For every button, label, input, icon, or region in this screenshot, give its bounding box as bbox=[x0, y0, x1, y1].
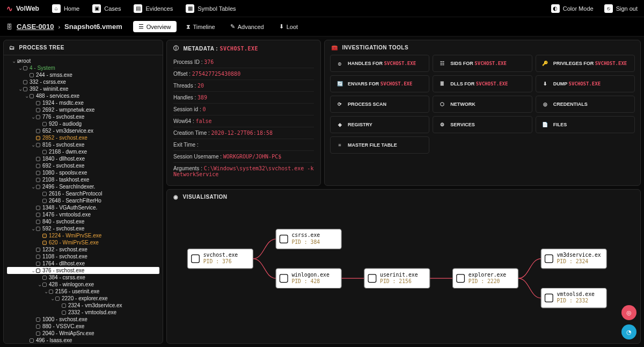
tool-icon: ⟳ bbox=[336, 100, 343, 108]
tree-node[interactable]: ⌄2156 - userinit.exe bbox=[7, 288, 159, 295]
tree-node[interactable]: 2616 - SearchProtocol bbox=[7, 190, 159, 197]
evidences-icon: ▤ bbox=[134, 4, 142, 13]
tree-node[interactable]: 652 - vm3dservice.ex bbox=[7, 127, 159, 134]
signout-button[interactable]: ⎋Sign out bbox=[604, 4, 638, 13]
tree-node[interactable]: 2332 - vmtoolsd.exe bbox=[7, 309, 159, 316]
graph-node[interactable]: vmtoolsd.exePID : 2332 bbox=[541, 288, 606, 308]
chevron-right-icon: › bbox=[58, 24, 60, 30]
tree-node[interactable]: 1476 - vmtoolsd.exe bbox=[7, 211, 159, 218]
logo[interactable]: ∿ VolWeb bbox=[6, 4, 39, 13]
graph-node[interactable]: explorer.exePID : 2220 bbox=[453, 269, 518, 288]
tool-button[interactable]: ⚙SERVICES bbox=[433, 116, 532, 133]
tool-button[interactable]: ◈REGISTRY bbox=[330, 116, 429, 133]
tool-button[interactable]: ⬇DUMP SVCHOST.EXE bbox=[536, 75, 635, 92]
tree-node[interactable]: 384 - csrss.exe bbox=[7, 274, 159, 281]
tree-node[interactable]: 1840 - dllhost.exe bbox=[7, 155, 159, 162]
tree-node[interactable]: 2692 - wmpnetwk.exe bbox=[7, 106, 159, 113]
metadata-title: ⓘ METADATA : SVCHOST.EXE bbox=[167, 40, 320, 56]
tree-node[interactable]: 1224 - WmiPrvSE.exe bbox=[7, 232, 159, 239]
tree-node[interactable]: 2168 - dwm.exe bbox=[7, 148, 159, 155]
sidebar: 🗂 PROCESS TREE ⌄🖳root⌄4 - System244 - sm… bbox=[3, 40, 163, 344]
tool-button[interactable]: ◎CREDENTIALS bbox=[536, 96, 635, 113]
tab-overview[interactable]: ☰Overview bbox=[133, 21, 177, 32]
tree-node[interactable]: 692 - svchost.exe bbox=[7, 162, 159, 169]
tree-node[interactable]: 1348 - VGAuthService. bbox=[7, 204, 159, 211]
graph-node[interactable]: winlogon.exePID : 428 bbox=[276, 269, 341, 288]
tool-button[interactable]: ≡MASTER FILE TABLE bbox=[330, 136, 429, 154]
tree-node[interactable]: ⌄488 - services.exe bbox=[7, 92, 159, 99]
nav-symbol-tables[interactable]: ▦Symbol Tables bbox=[186, 4, 236, 13]
tree-node[interactable]: ⌄592 - svchost.exe bbox=[7, 225, 159, 232]
tree-node[interactable]: ⌄4 - System bbox=[7, 64, 159, 71]
tab-advanced[interactable]: ✎Advanced bbox=[225, 21, 269, 32]
visualisation-body[interactable]: svchost.exePID : 376csrss.exePID : 384wi… bbox=[167, 204, 640, 339]
tree-node[interactable]: 496 - lsass.exe bbox=[7, 337, 159, 343]
tree-node[interactable]: 2108 - taskhost.exe bbox=[7, 176, 159, 183]
process-graph[interactable]: svchost.exePID : 376csrss.exePID : 384wi… bbox=[174, 209, 633, 334]
tree-node[interactable]: ⌄392 - wininit.exe bbox=[7, 85, 159, 92]
metadata-row: Arguments : C:\Windows\system32\svchost.… bbox=[173, 163, 314, 180]
tree-node[interactable]: ⌄776 - svchost.exe bbox=[7, 113, 159, 120]
tree-node[interactable]: 2324 - vm3dservice.ex bbox=[7, 302, 159, 309]
breadcrumb-case[interactable]: CASE-0010 bbox=[17, 23, 54, 31]
tool-icon: ☷ bbox=[438, 60, 446, 67]
tool-button[interactable]: ⦶HANDLES FOR SVCHOST.EXE bbox=[330, 55, 429, 72]
home-icon: ⌂ bbox=[52, 4, 61, 13]
tab-timeline[interactable]: ⧗Timeline bbox=[181, 21, 221, 32]
tree-node[interactable]: 840 - svchost.exe bbox=[7, 218, 159, 225]
tool-icon: ≣ bbox=[438, 80, 446, 88]
tree-node[interactable]: 244 - smss.exe bbox=[7, 71, 159, 78]
tree-node[interactable]: 1924 - msdtc.exe bbox=[7, 99, 159, 106]
cases-icon: ▣ bbox=[92, 4, 101, 13]
tool-icon: ⬡ bbox=[438, 100, 446, 108]
tree-node[interactable]: ⌄2496 - SearchIndexer. bbox=[7, 183, 159, 190]
tree-node[interactable]: 620 - WmiPrvSE.exe bbox=[7, 239, 159, 246]
graph-edge bbox=[518, 259, 541, 279]
content: ⓘ METADATA : SVCHOST.EXE Process ID : 37… bbox=[165, 37, 644, 347]
tree-node[interactable]: 1108 - svchost.exe bbox=[7, 253, 159, 260]
graph-edge bbox=[253, 239, 276, 259]
tool-button[interactable]: ⟳PROCESS SCAN bbox=[330, 96, 429, 113]
tree-node[interactable]: 1000 - svchost.exe bbox=[7, 316, 159, 323]
graph-node[interactable]: vm3dservice.exPID : 2324 bbox=[541, 249, 606, 269]
nav-cases[interactable]: ▣Cases bbox=[92, 4, 121, 13]
color-mode-toggle[interactable]: ◐Color Mode bbox=[551, 4, 594, 13]
tool-button[interactable]: ☷SIDS FOR SVCHOST.EXE bbox=[433, 55, 532, 72]
tool-button[interactable]: 🔑PRIVILEGES FOR SVCHOST.EXE bbox=[536, 55, 635, 72]
tab-loot[interactable]: ⬇Loot bbox=[274, 21, 303, 32]
tree-node[interactable]: 2852 - svchost.exe bbox=[7, 134, 159, 141]
graph-node[interactable]: svchost.exePID : 376 bbox=[187, 249, 253, 269]
process-tree[interactable]: ⌄🖳root⌄4 - System244 - smss.exe332 - csr… bbox=[4, 55, 163, 343]
moon-icon: ◐ bbox=[551, 4, 560, 13]
tool-button[interactable]: ⬡NETWORK bbox=[433, 96, 532, 113]
download-icon: ⬇ bbox=[279, 23, 284, 30]
svg-text:svchost.exe: svchost.exe bbox=[203, 252, 238, 258]
tool-button[interactable]: 🔄ENVARS FOR SVCHOST.EXE bbox=[330, 75, 429, 92]
fab-record[interactable]: ◎ bbox=[621, 305, 636, 320]
nav-evidences[interactable]: ▤Evidences bbox=[134, 4, 173, 13]
fab-view[interactable]: ◔ bbox=[621, 324, 636, 339]
eye-icon: ◉ bbox=[173, 194, 179, 200]
tree-node[interactable]: ⌄2220 - explorer.exe bbox=[7, 295, 159, 302]
graph-node[interactable]: userinit.exePID : 2156 bbox=[364, 269, 430, 288]
tree-node[interactable]: ⌄816 - svchost.exe bbox=[7, 141, 159, 148]
app-name: VolWeb bbox=[16, 5, 39, 12]
tree-node[interactable]: ⌄🖳root bbox=[7, 57, 159, 64]
tool-icon: ◎ bbox=[541, 100, 549, 108]
tree-node[interactable]: 332 - csrss.exe bbox=[7, 78, 159, 85]
tree-node[interactable]: 2648 - SearchFilterHo bbox=[7, 197, 159, 204]
tree-node[interactable]: ⌄428 - winlogon.exe bbox=[7, 281, 159, 288]
tree-node[interactable]: ⌄376 - svchost.exe bbox=[7, 267, 159, 274]
tree-node[interactable]: 2040 - WmiApSrv.exe bbox=[7, 330, 159, 337]
tool-button[interactable]: ≣DLLS FOR SVCHOST.EXE bbox=[433, 75, 532, 92]
tree-node[interactable]: 920 - audiodg bbox=[7, 120, 159, 127]
tree-node[interactable]: 1764 - dllhost.exe bbox=[7, 260, 159, 267]
graph-node[interactable]: csrss.exePID : 384 bbox=[276, 229, 341, 249]
tool-button[interactable]: 📄FILES bbox=[536, 116, 635, 133]
tools-grid: ⦶HANDLES FOR SVCHOST.EXE☷SIDS FOR SVCHOS… bbox=[325, 55, 640, 159]
nav-home[interactable]: ⌂Home bbox=[52, 4, 79, 13]
tree-node[interactable]: 1080 - spoolsv.exe bbox=[7, 169, 159, 176]
tree-node[interactable]: 880 - VSSVC.exe bbox=[7, 323, 159, 330]
tree-node[interactable]: 1232 - svchost.exe bbox=[7, 246, 159, 253]
metadata-body: Process ID : 376Offset : 275427725430880… bbox=[167, 56, 320, 185]
